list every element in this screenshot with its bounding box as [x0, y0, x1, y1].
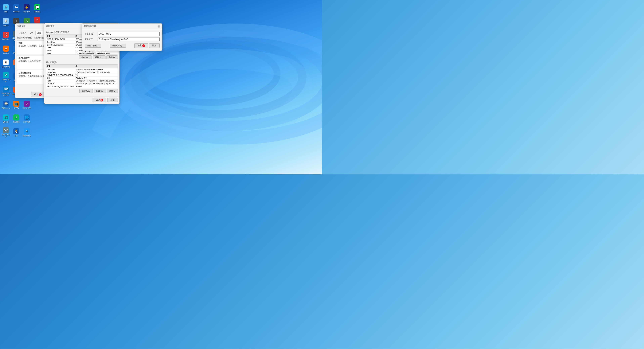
- list-item[interactable]: TMPC:\Users\liuguanglei\AppData\Local\Te…: [46, 52, 118, 54]
- sys-props-ok-btn[interactable]: 确定 3: [31, 92, 45, 97]
- desktop-icon-360[interactable]: Q 神州大助手: [22, 98, 32, 112]
- sys-vars-btns: 新建(W)... 编辑(I)... 删除(L): [46, 89, 118, 93]
- desktop-icon-screentogif[interactable]: S>G ScreenToGif: [1, 126, 11, 139]
- desktop-icon-qqapp[interactable]: 🐧 QQ: [11, 126, 21, 139]
- user-vars-btns: 新建(N)... 编辑(E)... 删除(D): [46, 56, 118, 59]
- sys-vars-col1: 变量: [47, 65, 75, 68]
- desktop-icon-portal[interactable]: 🌐 门户网站: [22, 112, 32, 125]
- env-vars-footer: 确定 2 取消: [44, 96, 120, 104]
- var-name-row: 变量名(N):: [85, 32, 160, 36]
- tab-advanced[interactable]: 高级: [36, 31, 43, 35]
- sys-props-ok-badge: 3: [39, 93, 42, 96]
- env-vars-ok-badge: 2: [100, 99, 103, 102]
- desktop-icon-everything[interactable]: E Everything: [1, 57, 11, 70]
- desktop-icon-wecom[interactable]: 💬 企业微信: [32, 2, 42, 15]
- desktop-icon-wireshark[interactable]: 🦈 Wil.Roos.ni: [1, 98, 11, 112]
- desktop-icon-baidu-trans[interactable]: 百 百度翻译云: [22, 126, 32, 139]
- sys-vars-list[interactable]: 变量 值 ComSpecC:\WINDOWS\system32\cmd.exe …: [46, 64, 118, 88]
- desktop-icon-enterprise-wx[interactable]: 企 企业微信: [11, 112, 21, 125]
- desktop-icon-xunlei[interactable]: ⚡ 迅雷下载: [22, 2, 32, 15]
- browse-dir-btn[interactable]: 浏览目录(D)...: [85, 44, 101, 48]
- desktop-icon-recycle[interactable]: 🗑 回收站: [1, 16, 11, 29]
- sys-vars-col2: 值: [75, 65, 117, 68]
- sys-delete-btn[interactable]: 删除(L): [107, 89, 118, 93]
- user-edit-btn[interactable]: 编辑(E)...: [93, 56, 106, 59]
- list-item[interactable]: OSWindows_NT: [46, 76, 118, 80]
- new-sys-var-close-btn[interactable]: ✕: [158, 25, 160, 28]
- user-new-btn[interactable]: 新建(N)...: [79, 56, 92, 59]
- confirm-btns: 确定 1 取消: [134, 43, 160, 48]
- list-item[interactable]: ComSpecC:\WINDOWS\system32\cmd.exe: [46, 68, 118, 71]
- tab-computer-name[interactable]: 计算机名: [17, 31, 28, 35]
- new-sys-var-ok-badge: 1: [142, 44, 145, 47]
- browse-btns-row: 浏览目录(D)... 浏览文件(F)... 确定 1 取消: [85, 43, 160, 48]
- env-vars-cancel-btn[interactable]: 取消: [107, 98, 118, 102]
- list-item[interactable]: PROCESSOR_ARCHITECTUREAMD64: [46, 85, 118, 88]
- desktop-icon-todesk[interactable]: To ToDeskk: [11, 2, 21, 15]
- list-item[interactable]: PATHEXT.COM;.EXE;.BAT;.CMD;.VBS;.VBE;.JS…: [46, 82, 118, 85]
- var-name-label: 变量名(N):: [85, 32, 96, 36]
- desktop-icon-qq[interactable]: 🎵 QQ音乐: [1, 112, 11, 125]
- var-value-row: 变量值(V):: [85, 37, 160, 41]
- desktop-icon-vibrant[interactable]: V Vibrant Hub: [1, 70, 11, 84]
- user-delete-btn[interactable]: 删除(D): [106, 56, 118, 59]
- sys-edit-btn[interactable]: 编辑(I)...: [94, 89, 106, 93]
- tab-hardware[interactable]: 硬件: [28, 31, 36, 35]
- list-item[interactable]: PathC:\Program Files\Common Files\Oracle…: [46, 80, 118, 82]
- new-sys-var-title: 新建系统变量: [84, 25, 96, 28]
- desktop-icon-mango[interactable]: 📺 帽子TV: [11, 98, 21, 112]
- var-name-input[interactable]: [98, 32, 160, 36]
- sys-props-title: 系统属性: [17, 25, 25, 28]
- env-vars-ok-btn[interactable]: 确定 2: [92, 98, 106, 102]
- sys-new-btn[interactable]: 新建(W)...: [80, 89, 93, 93]
- list-item[interactable]: DriverDataC:\Windows\System32\Drivers\Dr…: [46, 71, 118, 74]
- sys-vars-title: 系统变量(S): [46, 61, 118, 64]
- new-sys-var-titlebar: 新建系统变量 ✕: [82, 24, 162, 29]
- new-sys-var-body: 变量名(N): 变量值(V): 浏览目录(D)... 浏览文件(F)... 确定…: [82, 29, 162, 50]
- var-value-label: 变量值(V):: [85, 38, 96, 41]
- env-vars-title: 环境变量: [46, 25, 54, 28]
- desktop-icon-daxie[interactable]: D daxie.io: [1, 43, 11, 56]
- new-sys-var-window: 新建系统变量 ✕ 变量名(N): 变量值(V): 浏览目录(D)... 浏览文件…: [82, 23, 162, 51]
- list-item[interactable]: NUMBER_OF_PROCESSORS24: [46, 74, 118, 76]
- new-sys-var-cancel-btn[interactable]: 取消: [149, 43, 160, 48]
- new-sys-var-ok-btn[interactable]: 确定 1: [134, 43, 148, 48]
- desktop-icon-desktop[interactable]: 🖥 桌面: [1, 2, 11, 15]
- sys-vars-header: 变量 值: [46, 65, 118, 68]
- user-vars-col1: 变量: [47, 35, 75, 37]
- var-value-input[interactable]: [98, 37, 160, 41]
- desktop-icon-xunjianger[interactable]: X Xunjianr...: [1, 29, 11, 43]
- browse-file-btn[interactable]: 浏览文件(F)...: [110, 44, 126, 48]
- new-sys-var-controls: ✕: [158, 25, 160, 28]
- desktop-icon-vscode[interactable]: ⌨ Visual Studio Code: [1, 84, 11, 98]
